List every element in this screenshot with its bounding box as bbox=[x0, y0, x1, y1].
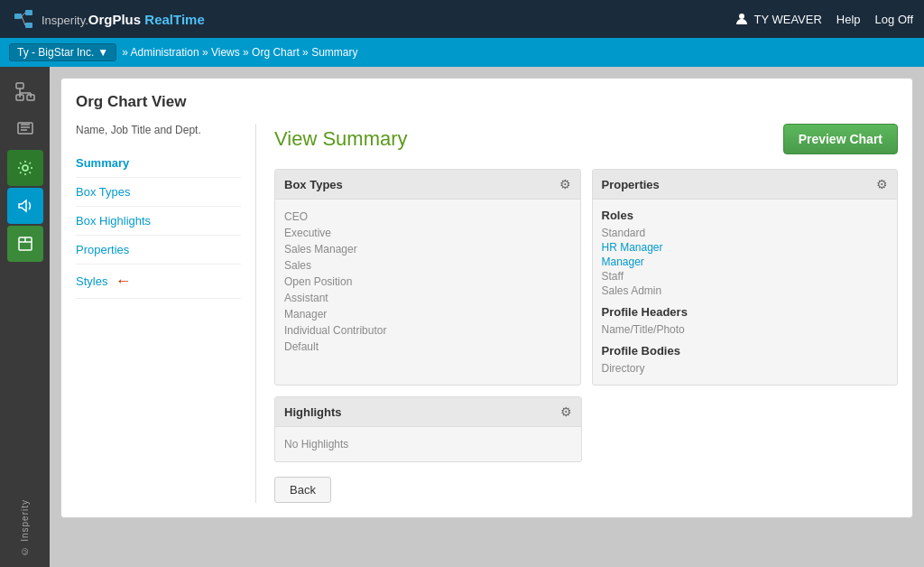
left-sidebar: © Insperity bbox=[0, 67, 50, 567]
sidebar-item-orgchart[interactable] bbox=[7, 74, 43, 110]
svg-rect-2 bbox=[25, 10, 32, 15]
box-types-header: Box Types ⚙ bbox=[275, 170, 580, 200]
highlights-panel: Highlights ⚙ No Highlights bbox=[274, 396, 582, 462]
styles-link[interactable]: Styles bbox=[76, 274, 107, 288]
sidebar-item-box[interactable] bbox=[7, 226, 43, 262]
list-item: Executive bbox=[284, 225, 571, 241]
svg-point-6 bbox=[739, 14, 744, 19]
app-logo-icon bbox=[11, 6, 36, 32]
box-types-panel: Box Types ⚙ CEO Executive Sales Manager … bbox=[274, 169, 581, 386]
panels-row: Box Types ⚙ CEO Executive Sales Manager … bbox=[274, 169, 898, 386]
arrow-indicator: ← bbox=[115, 272, 131, 291]
preview-chart-button[interactable]: Preview Chart bbox=[783, 124, 898, 154]
content-area: Org Chart View Name, Job Title and Dept.… bbox=[50, 67, 924, 567]
highlights-gear-icon[interactable]: ⚙ bbox=[560, 404, 572, 419]
app-logo-text: Insperity.OrgPlus RealTime bbox=[42, 12, 205, 27]
highlights-body: No Highlights bbox=[275, 427, 581, 461]
box-types-body: CEO Executive Sales Manager Sales Open P… bbox=[275, 200, 580, 364]
highlights-header: Highlights ⚙ bbox=[275, 397, 581, 427]
edit-icon bbox=[16, 121, 34, 139]
list-item: Sales bbox=[284, 257, 571, 274]
back-button[interactable]: Back bbox=[274, 477, 331, 503]
list-item: Name/Title/Photo bbox=[602, 322, 889, 337]
view-content: View Summary Preview Chart Box Types ⚙ C… bbox=[256, 124, 898, 503]
megaphone-icon bbox=[16, 197, 34, 215]
list-item: CEO bbox=[284, 209, 571, 225]
list-item: Sales Admin bbox=[602, 284, 889, 298]
org-dropdown[interactable]: Ty - BigStar Inc. ▼ bbox=[9, 43, 116, 61]
main-card: Org Chart View Name, Job Title and Dept.… bbox=[60, 78, 913, 518]
svg-rect-1 bbox=[14, 14, 22, 19]
list-item: Standard bbox=[602, 226, 889, 240]
dropdown-arrow: ▼ bbox=[97, 46, 108, 59]
sidebar-item-edit[interactable] bbox=[7, 112, 43, 148]
card-inner: Name, Job Title and Dept. Summary Box Ty… bbox=[76, 124, 898, 503]
list-item: Default bbox=[284, 339, 571, 355]
roles-section-title: Roles bbox=[602, 209, 889, 222]
orgchart-icon bbox=[15, 82, 35, 102]
nav-label: Name, Job Title and Dept. bbox=[76, 124, 241, 136]
sidebar-bottom: © Insperity bbox=[20, 499, 30, 560]
profile-bodies-title: Profile Bodies bbox=[602, 344, 889, 358]
top-nav-actions: TY WEAVER Help Log Off bbox=[735, 13, 913, 26]
svg-rect-7 bbox=[16, 83, 23, 88]
properties-body: Roles Standard HR Manager Manager Staff … bbox=[593, 200, 898, 385]
box-types-gear-icon[interactable]: ⚙ bbox=[559, 177, 571, 191]
gear-icon bbox=[16, 159, 34, 177]
top-navigation: Insperity.OrgPlus RealTime TY WEAVER Hel… bbox=[0, 0, 924, 38]
svg-rect-0 bbox=[11, 6, 36, 32]
nav-item-summary[interactable]: Summary bbox=[76, 149, 241, 178]
list-item: HR Manager bbox=[602, 240, 889, 255]
list-item: Directory bbox=[602, 361, 889, 376]
highlights-title: Highlights bbox=[284, 405, 342, 419]
nav-item-box-highlights[interactable]: Box Highlights bbox=[76, 207, 241, 236]
sidebar-item-settings[interactable] bbox=[7, 150, 43, 186]
bottom-row: Highlights ⚙ No Highlights bbox=[274, 396, 898, 462]
empty-space bbox=[593, 396, 899, 462]
box-types-title: Box Types bbox=[284, 178, 343, 191]
list-item: No Highlights bbox=[284, 436, 572, 452]
logoff-link[interactable]: Log Off bbox=[875, 13, 913, 26]
help-link[interactable]: Help bbox=[836, 13, 861, 26]
breadcrumb-path: » Administration » Views » Org Chart » S… bbox=[122, 46, 357, 59]
main-layout: © Insperity Org Chart View Name, Job Tit… bbox=[0, 67, 924, 567]
svg-rect-3 bbox=[25, 23, 32, 28]
properties-header: Properties ⚙ bbox=[593, 170, 898, 200]
list-item: Assistant bbox=[284, 290, 571, 306]
user-icon bbox=[735, 13, 748, 25]
breadcrumb-bar: Ty - BigStar Inc. ▼ » Administration » V… bbox=[0, 38, 924, 67]
list-item: Open Position bbox=[284, 274, 571, 290]
list-item: Sales Manager bbox=[284, 241, 571, 257]
nav-item-properties[interactable]: Properties bbox=[76, 236, 241, 265]
org-name: Ty - BigStar Inc. bbox=[17, 46, 94, 59]
insperity-label: © Insperity bbox=[20, 499, 30, 556]
list-item: Staff bbox=[602, 269, 889, 284]
nav-item-box-types[interactable]: Box Types bbox=[76, 178, 241, 207]
sidebar-item-announce[interactable] bbox=[7, 188, 43, 224]
properties-gear-icon[interactable]: ⚙ bbox=[876, 177, 888, 191]
view-navigation: Name, Job Title and Dept. Summary Box Ty… bbox=[76, 124, 256, 503]
properties-panel: Properties ⚙ Roles Standard HR Manager M… bbox=[592, 169, 899, 386]
svg-point-17 bbox=[23, 165, 28, 171]
list-item: Manager bbox=[602, 255, 889, 269]
view-title: View Summary bbox=[274, 127, 408, 151]
box-icon bbox=[16, 235, 34, 253]
logo-area: Insperity.OrgPlus RealTime bbox=[11, 6, 205, 32]
view-header: View Summary Preview Chart bbox=[274, 124, 898, 154]
properties-title: Properties bbox=[602, 178, 660, 191]
list-item: Manager bbox=[284, 306, 571, 322]
list-item: Individual Contributor bbox=[284, 322, 571, 339]
username: TY WEAVER bbox=[753, 13, 821, 26]
profile-headers-title: Profile Headers bbox=[602, 305, 889, 319]
card-title: Org Chart View bbox=[76, 93, 898, 111]
user-info: TY WEAVER bbox=[735, 13, 821, 26]
nav-item-styles[interactable]: Styles ← bbox=[76, 265, 241, 299]
